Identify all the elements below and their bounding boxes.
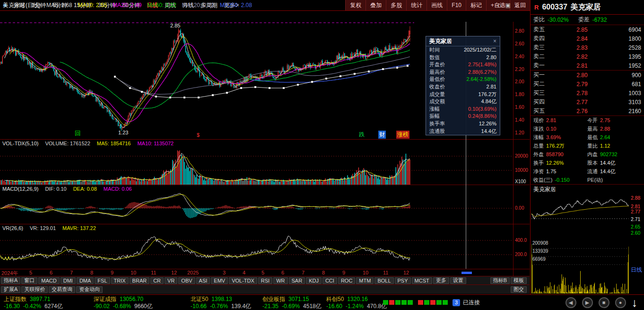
tab-ROC[interactable]: ROC bbox=[338, 277, 355, 284]
tab-TRIX[interactable]: TRIX bbox=[111, 277, 129, 284]
tab-KDJ[interactable]: KDJ bbox=[306, 277, 322, 284]
index-深证成指[interactable]: 深证成指13056.70-90.02-0.68%9660亿 bbox=[90, 295, 187, 310]
axis-tick: X100 bbox=[515, 179, 526, 184]
tab-DMA[interactable]: DMA bbox=[77, 277, 94, 284]
quicktag-涨榜[interactable]: 涨榜 bbox=[396, 131, 409, 139]
orderbook-row-卖三[interactable]: 卖三2.832528 bbox=[531, 43, 644, 52]
orderbook-row-买一[interactable]: 买一2.80900 bbox=[531, 71, 644, 80]
popup-row-value: 2.64(-2.58%) bbox=[466, 76, 496, 83]
index-name: 上证指数 bbox=[4, 296, 26, 303]
orderbook-row-买三[interactable]: 买三2.781003 bbox=[531, 89, 644, 97]
stock-info-popup[interactable]: 美克家居 × 时间2025/12/02/二数值2.80开盘价2.75(1.48%… bbox=[426, 36, 500, 135]
axis-tick: 1.40 bbox=[515, 117, 524, 123]
tab-RSI[interactable]: RSI bbox=[258, 277, 272, 284]
time-axis[interactable]: 2024年5678910111220253456789101112 bbox=[0, 269, 530, 276]
tab-SAR[interactable]: SAR bbox=[289, 277, 305, 284]
record-icon[interactable]: ● bbox=[615, 297, 626, 308]
tab-EMV[interactable]: EMV bbox=[211, 277, 228, 284]
stat-今开: 今开2.75 bbox=[587, 116, 641, 124]
tab-OBV[interactable]: OBV bbox=[178, 277, 195, 284]
stat-label: 外盘 bbox=[533, 151, 544, 158]
volume-pane[interactable] bbox=[0, 148, 513, 185]
tab-ASI[interactable]: ASI bbox=[196, 277, 210, 284]
orderbook-row-卖五[interactable]: 卖五2.856904 bbox=[531, 25, 644, 34]
breadth-block bbox=[424, 300, 429, 305]
market-breadth-blocks bbox=[383, 295, 448, 310]
macd-chart[interactable] bbox=[0, 193, 513, 224]
stat-涨幅: 涨幅3.69% bbox=[533, 133, 587, 142]
play-icon[interactable]: ▶ bbox=[582, 297, 593, 308]
popup-titlebar[interactable]: 美克家居 × bbox=[426, 36, 500, 46]
index-上证指数[interactable]: 上证指数3897.71-16.30-0.42%6274亿 bbox=[0, 295, 90, 310]
tab-VOL-TDX[interactable]: VOL-TDX bbox=[229, 277, 257, 284]
tab-CCI[interactable]: CCI bbox=[322, 277, 337, 284]
stock-code: 600337 bbox=[542, 3, 567, 11]
stat-value: 2.81 bbox=[546, 117, 556, 123]
mini-period-button[interactable]: 日线 bbox=[631, 266, 642, 274]
tab-窗口[interactable]: 窗口 bbox=[21, 277, 37, 284]
tab-指标B[interactable]: 指标B bbox=[490, 277, 510, 284]
quicktag-财[interactable]: 财 bbox=[378, 131, 386, 139]
orderbook-row-卖二[interactable]: 卖二2.821395 bbox=[531, 52, 644, 61]
index-amount: 139.4亿 bbox=[231, 303, 251, 310]
orderbook-row-买四[interactable]: 买四2.773103 bbox=[531, 97, 644, 106]
tab-VR[interactable]: VR bbox=[165, 277, 177, 284]
connection-badge[interactable]: 3 bbox=[453, 299, 460, 306]
stop-icon[interactable]: ■ bbox=[599, 297, 609, 308]
tab-模板[interactable]: 模板 bbox=[511, 277, 527, 284]
popup-row-时间: 时间2025/12/02/二 bbox=[426, 46, 500, 54]
popup-row-value: 2.80 bbox=[487, 54, 496, 62]
tab-扩展A[interactable]: 扩展A bbox=[1, 286, 20, 293]
index-value: 13056.70 bbox=[120, 296, 143, 303]
mini-intraday-chart[interactable]: 美克家居 日线 2.882.812.772.712.652.6020090813… bbox=[531, 185, 644, 294]
layout-icon[interactable]: ▣ bbox=[505, 2, 511, 9]
orderbook-row-买五[interactable]: 买五2.762160 bbox=[531, 106, 644, 115]
diamond-icon[interactable]: ◇ bbox=[497, 2, 501, 9]
orderbook-row-卖一[interactable]: 卖一2.811952 bbox=[531, 61, 644, 70]
popup-title: 美克家居 bbox=[429, 37, 452, 45]
tab-设置[interactable]: 设置 bbox=[450, 277, 466, 284]
index-科创50[interactable]: 科创501320.16-16.60-1.24%470.8亿 bbox=[322, 295, 380, 310]
vr-chart[interactable] bbox=[0, 232, 513, 269]
macd-pane[interactable] bbox=[0, 193, 513, 224]
index-创业板指[interactable]: 创业板指3071.15-21.35-0.69%4518亿 bbox=[259, 295, 322, 310]
close-icon[interactable]: × bbox=[493, 38, 496, 44]
tab-CR[interactable]: CR bbox=[150, 277, 164, 284]
tab-BOLL[interactable]: BOLL bbox=[374, 277, 393, 284]
dollar-mark[interactable]: $ bbox=[197, 132, 200, 138]
scrollbar-thumb[interactable] bbox=[461, 272, 472, 274]
orderbook-row-卖四[interactable]: 卖四2.841800 bbox=[531, 34, 644, 43]
stat-row: 收益(三)-0.150PE(动) bbox=[531, 176, 644, 184]
orderbook-row-买二[interactable]: 买二2.79681 bbox=[531, 80, 644, 89]
popup-row-value: 14.4亿 bbox=[481, 128, 496, 135]
stat-row: 净资1.75流通14.4亿 bbox=[531, 167, 644, 176]
tab-MACD[interactable]: MACD bbox=[38, 277, 59, 284]
tab-DMI[interactable]: DMI bbox=[61, 277, 76, 284]
tab-更多[interactable]: 更多 bbox=[433, 277, 449, 284]
popup-row-value: 2.88(6.27%) bbox=[468, 69, 496, 76]
tab-图交[interactable]: 图交 bbox=[511, 286, 527, 293]
stat-value: 902732 bbox=[600, 151, 618, 157]
tab-资金动向[interactable]: 资金动向 bbox=[76, 286, 103, 293]
tab-关联报价[interactable]: 关联报价 bbox=[21, 286, 48, 293]
intraday-price-chart[interactable] bbox=[531, 192, 629, 238]
tab-WR[interactable]: WR bbox=[273, 277, 287, 284]
stat-现价: 现价2.81 bbox=[533, 116, 587, 124]
tab-FSL[interactable]: FSL bbox=[95, 277, 110, 284]
stat-label: 涨跌 bbox=[533, 125, 544, 133]
stat-value: 1.75 bbox=[546, 168, 556, 174]
index-北证50[interactable]: 北证501398.13-10.66-0.76%139.4亿 bbox=[187, 295, 259, 310]
tab-指标A[interactable]: 指标A bbox=[1, 277, 20, 284]
vr-pane[interactable] bbox=[0, 232, 513, 269]
quicktag-跌[interactable]: 跌 bbox=[358, 131, 366, 139]
volume-chart[interactable] bbox=[0, 148, 513, 185]
tab-PSY[interactable]: PSY bbox=[395, 277, 411, 284]
stat-流通: 流通14.4亿 bbox=[587, 167, 641, 176]
corner-mark[interactable]: 回 bbox=[75, 129, 81, 138]
tab-MTM[interactable]: MTM bbox=[356, 277, 374, 284]
tab-BRAR[interactable]: BRAR bbox=[130, 277, 150, 284]
prev-icon[interactable]: ◀ bbox=[566, 297, 576, 308]
weicha-label: 委差 bbox=[578, 16, 590, 24]
tab-MCST[interactable]: MCST bbox=[412, 277, 432, 284]
tab-交易查询[interactable]: 交易查询 bbox=[49, 286, 75, 293]
